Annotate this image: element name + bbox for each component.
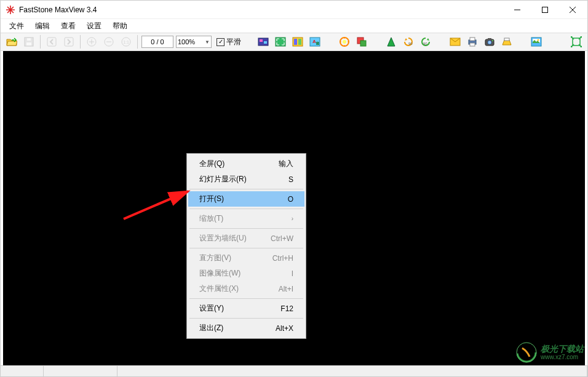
cm-shortcut: Ctrl+H bbox=[272, 254, 293, 263]
submenu-arrow-icon: › bbox=[292, 215, 293, 222]
smooth-label: 平滑 bbox=[226, 37, 241, 47]
page-counter: 0 / 0 bbox=[141, 36, 173, 48]
cm-slideshow[interactable]: 幻灯片显示(R) S bbox=[188, 172, 304, 187]
compare-icon[interactable] bbox=[290, 34, 305, 49]
resize-icon[interactable] bbox=[354, 34, 369, 49]
toolbar: 1:1 0 / 0 100% ▼ ✓ 平滑 AB 90 90 bbox=[1, 33, 587, 51]
status-panel bbox=[44, 366, 117, 376]
rotate-free-icon[interactable] bbox=[384, 34, 399, 49]
prev-icon[interactable] bbox=[44, 34, 59, 49]
cm-fullscreen[interactable]: 全屏(Q) 输入 bbox=[188, 156, 304, 172]
wallpaper-icon[interactable] bbox=[529, 34, 544, 49]
cm-image-props[interactable]: 图像属性(W) I bbox=[188, 266, 304, 281]
svg-point-40 bbox=[492, 40, 493, 41]
cm-separator bbox=[189, 208, 303, 209]
cm-shortcut: S bbox=[288, 175, 293, 184]
svg-rect-15 bbox=[264, 41, 267, 44]
svg-text:B: B bbox=[316, 41, 319, 46]
cm-label: 退出(Z) bbox=[199, 323, 223, 333]
menu-view[interactable]: 查看 bbox=[56, 20, 81, 33]
window-title: FastStone MaxView 3.4 bbox=[19, 6, 503, 14]
cm-shortcut: Ctrl+W bbox=[271, 234, 293, 243]
zoom-actual-icon[interactable]: 1:1 bbox=[119, 34, 133, 49]
cm-shortcut: I bbox=[292, 269, 293, 278]
zoom-in-icon[interactable] bbox=[84, 34, 99, 49]
status-panel bbox=[1, 366, 44, 376]
chevron-down-icon: ▼ bbox=[205, 39, 210, 45]
svg-rect-30 bbox=[360, 41, 366, 46]
acquire-icon[interactable] bbox=[482, 34, 497, 49]
svg-rect-5 bbox=[26, 42, 31, 46]
toolbar-separator bbox=[40, 35, 41, 49]
scan-icon[interactable] bbox=[499, 34, 514, 49]
cm-histogram[interactable]: 直方图(V) Ctrl+H bbox=[188, 250, 304, 266]
rotate-left-icon[interactable]: 90 bbox=[401, 34, 416, 49]
svg-text:90: 90 bbox=[408, 42, 413, 46]
svg-rect-6 bbox=[27, 38, 31, 41]
cm-label: 设置为墙纸(U) bbox=[199, 233, 247, 244]
svg-rect-39 bbox=[488, 38, 491, 40]
checkbox-icon: ✓ bbox=[217, 38, 224, 46]
zoom-select[interactable]: 100% ▼ bbox=[176, 36, 212, 48]
cm-shortcut: 输入 bbox=[279, 159, 293, 169]
cm-label: 图像属性(W) bbox=[199, 268, 240, 279]
fullscreen-icon[interactable] bbox=[273, 34, 288, 49]
cm-label: 全屏(Q) bbox=[199, 159, 224, 169]
svg-rect-19 bbox=[298, 39, 301, 45]
print-icon[interactable] bbox=[465, 34, 480, 49]
status-panel bbox=[117, 366, 587, 376]
zoom-out-icon[interactable] bbox=[101, 34, 116, 49]
open-icon[interactable] bbox=[4, 34, 19, 49]
close-button[interactable] bbox=[558, 1, 586, 18]
cm-label: 打开(S) bbox=[199, 194, 224, 204]
cm-open[interactable]: 打开(S) O bbox=[188, 191, 304, 207]
cm-shortcut: F12 bbox=[280, 304, 293, 313]
cm-separator bbox=[189, 248, 303, 248]
text-icon[interactable]: AB bbox=[308, 34, 322, 49]
menu-help[interactable]: 帮助 bbox=[108, 20, 132, 33]
slideshow-icon[interactable] bbox=[256, 34, 271, 49]
watermark-text: 极光下载站 bbox=[541, 344, 584, 354]
cm-separator bbox=[189, 318, 303, 319]
window-controls bbox=[503, 1, 586, 18]
smooth-checkbox[interactable]: ✓ 平滑 bbox=[217, 37, 241, 47]
titlebar: FastStone MaxView 3.4 bbox=[1, 1, 587, 19]
svg-rect-41 bbox=[504, 38, 509, 41]
cm-settings[interactable]: 设置(Y) F12 bbox=[188, 301, 304, 316]
svg-point-38 bbox=[488, 41, 491, 44]
minimize-button[interactable] bbox=[503, 1, 531, 18]
menu-file[interactable]: 文件 bbox=[4, 20, 29, 33]
menu-edit[interactable]: 编辑 bbox=[30, 20, 55, 33]
cm-label: 设置(Y) bbox=[199, 303, 224, 314]
maximize-button[interactable] bbox=[531, 1, 558, 18]
svg-text:90: 90 bbox=[423, 42, 427, 46]
cm-exit[interactable]: 退出(Z) Alt+X bbox=[188, 320, 304, 336]
cm-separator bbox=[189, 298, 303, 299]
save-icon[interactable] bbox=[22, 34, 36, 49]
next-icon[interactable] bbox=[62, 34, 76, 49]
app-icon bbox=[6, 5, 15, 15]
cm-zoom[interactable]: 缩放(T) › bbox=[188, 211, 304, 226]
cm-shortcut: Alt+I bbox=[279, 285, 293, 293]
cm-wallpaper[interactable]: 设置为墙纸(U) Ctrl+W bbox=[188, 231, 304, 246]
cm-label: 直方图(V) bbox=[199, 253, 231, 263]
cm-shortcut: Alt+X bbox=[276, 324, 293, 333]
color-icon[interactable] bbox=[337, 34, 352, 49]
watermark-url: www.xz7.com bbox=[541, 354, 584, 360]
toolbar-separator bbox=[80, 35, 81, 49]
menubar: 文件 编辑 查看 设置 帮助 bbox=[1, 19, 587, 33]
svg-rect-7 bbox=[47, 38, 56, 46]
watermark: 极光下载站 www.xz7.com bbox=[516, 342, 584, 363]
svg-rect-14 bbox=[260, 39, 263, 42]
svg-rect-8 bbox=[65, 38, 73, 46]
menu-settings[interactable]: 设置 bbox=[82, 20, 106, 33]
cm-label: 缩放(T) bbox=[199, 213, 223, 224]
cm-label: 文件属性(X) bbox=[199, 284, 239, 294]
fit-icon[interactable] bbox=[569, 34, 584, 49]
email-icon[interactable] bbox=[448, 34, 463, 49]
rotate-right-icon[interactable]: 90 bbox=[418, 34, 433, 49]
cm-file-props[interactable]: 文件属性(X) Alt+I bbox=[188, 281, 304, 296]
svg-point-44 bbox=[538, 39, 539, 41]
watermark-logo-icon bbox=[516, 342, 537, 363]
svg-text:1:1: 1:1 bbox=[123, 40, 129, 44]
